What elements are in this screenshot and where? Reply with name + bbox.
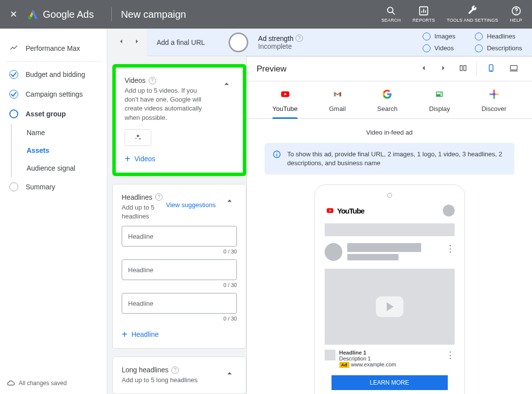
prev-asset-button[interactable] [117,37,125,47]
desktop-device-button[interactable] [505,62,522,76]
gmail-icon [332,88,343,100]
check-descriptions: Descriptions [475,44,522,52]
circle-icon [475,33,483,40]
reports-icon [418,5,429,16]
content: Add a final URL Ad strength? Incomplete … [107,29,532,394]
info-icon [272,150,281,168]
reports-tool[interactable]: REPORTS [413,5,435,23]
todo-circle-icon [9,182,19,192]
sidebar-step-budget[interactable]: Budget and bidding [6,65,101,84]
card-title: Videos [125,76,146,84]
youtube-play-icon [325,207,335,215]
preview-header: Preview [247,57,532,81]
check-circle-icon [9,70,19,79]
headline-input-1[interactable] [122,226,237,247]
svg-point-8 [516,13,517,14]
sidebar-step-asset-group[interactable]: Asset group [6,104,101,124]
svg-rect-14 [460,65,463,71]
help-icon[interactable]: ? [149,77,156,84]
add-final-url-link[interactable]: Add a final URL [157,38,205,46]
plus-icon: + [125,154,131,164]
placement-youtube[interactable]: YouTube [272,88,298,118]
ad-strength-bar: Add a final URL Ad strength? Incomplete … [147,29,532,56]
headlines-card: Headlines ? Add up to 5 headlines View s… [112,184,246,349]
char-counter: 0 / 30 [122,282,237,288]
sidebar-step-campaign-settings[interactable]: Campaign settings [6,84,101,104]
ad-strength-circle [229,33,248,52]
preview-title: Preview [257,64,410,74]
preview-prev-button[interactable] [417,62,430,76]
auto-video-button[interactable] [125,129,151,146]
svg-point-12 [139,138,141,140]
substep-name[interactable]: Name [23,124,101,142]
check-videos: Videos [423,44,456,52]
collapse-button[interactable] [222,193,237,210]
placement-discover[interactable]: Discover [481,88,506,118]
compare-view-button[interactable] [457,62,469,76]
page-title: New campaign [121,9,186,20]
help-icon[interactable]: ? [296,35,303,42]
svg-rect-15 [464,65,466,71]
phone-preview: YouTube ⋮ Headline 1 [314,184,465,394]
add-videos-button[interactable]: + Videos [125,154,234,164]
youtube-logo: YouTube [325,207,365,215]
placement-display[interactable]: Display [429,88,450,118]
help-icon[interactable]: ? [155,193,163,201]
svg-point-24 [493,93,496,96]
avatar [325,243,342,261]
help-tool[interactable]: HELP [510,5,522,23]
preview-placements: YouTube Gmail Search Display Discover [247,81,532,119]
card-description: Add up to 5 long headlines [122,376,198,385]
brand-title: Google Ads [43,9,94,20]
asset-editor-column: Videos ? Add up to 5 videos. If you don'… [107,56,246,394]
kebab-menu-icon[interactable]: ⋮ [446,243,455,254]
check-circle-icon [9,89,19,99]
view-suggestions-link[interactable]: View suggestions [166,201,216,210]
headline-input-2[interactable] [122,259,237,280]
substep-assets[interactable]: Assets [23,142,101,159]
svg-rect-23 [440,92,442,96]
search-tool[interactable]: SEARCH [381,5,400,23]
check-images: Images [423,33,456,40]
substep-audience[interactable]: Audience signal [23,159,101,177]
in-feed-label: Video in-feed ad [259,127,520,143]
svg-point-1 [388,7,393,13]
placement-search[interactable]: Search [377,88,398,118]
char-counter: 0 / 30 [122,249,237,254]
videos-card: Videos ? Add up to 5 videos. If you don'… [112,64,246,176]
cta-button[interactable]: LEARN MORE [332,375,448,390]
close-icon[interactable]: ✕ [10,9,17,20]
thumbnail-placeholder [325,350,335,360]
preview-description: Description 1 [339,356,397,361]
add-headline-button[interactable]: + Headline [122,329,237,339]
svg-rect-22 [437,92,440,94]
kebab-menu-icon[interactable]: ⋮ [446,350,455,360]
circle-icon [475,44,483,52]
preview-headline: Headline 1 [339,350,397,356]
display-icon [433,88,445,100]
wrench-icon [467,5,478,16]
placement-gmail[interactable]: Gmail [329,88,346,118]
mobile-device-button[interactable] [484,61,499,77]
card-title: Headlines [122,193,152,201]
collapse-button[interactable] [222,366,237,383]
tools-settings-tool[interactable]: TOOLS AND SETTINGS [447,5,498,23]
next-asset-button[interactable] [133,37,141,47]
preview-info-banner: To show this ad, provide final URL, 2 im… [265,143,514,175]
sidebar-step-summary[interactable]: Summary [6,177,101,197]
card-description: Add up to 5 headlines [122,203,161,221]
collapse-button[interactable] [219,76,234,93]
sidebar-step-performance-max[interactable]: Performance Max [6,38,101,58]
sidebar-divider [6,61,101,62]
cloud-icon [7,379,15,387]
preview-next-button[interactable] [437,62,450,76]
divider [111,7,112,21]
placeholder-bar [347,254,399,260]
google-icon [381,88,393,100]
svg-point-27 [276,152,277,153]
plus-icon: + [122,329,128,339]
headline-input-3[interactable] [122,293,237,314]
help-icon[interactable]: ? [171,366,179,374]
ads-triangle-icon [27,8,39,20]
play-icon [376,296,403,317]
